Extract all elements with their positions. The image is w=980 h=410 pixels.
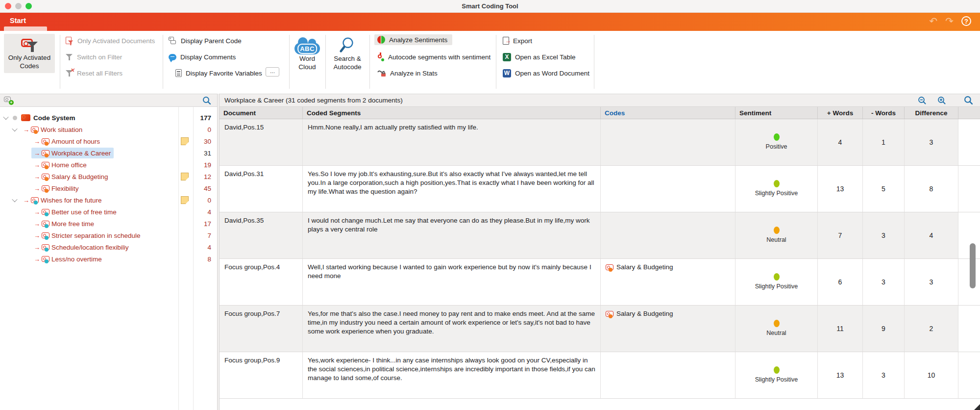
code-icon (42, 150, 49, 156)
export-button[interactable]: → Export (503, 35, 532, 46)
code-filter-icon (21, 38, 38, 53)
tree-row-code[interactable]: →Stricter separation in schedule7 (0, 230, 217, 241)
cell-codes (601, 119, 735, 165)
code-system-icon (21, 114, 30, 121)
vertical-scrollbar-thumb[interactable] (970, 243, 976, 288)
word-cloud-button[interactable]: ABC Word Cloud (292, 33, 322, 74)
filter-icon (66, 53, 73, 61)
reset-all-filters-button[interactable]: ✕ Reset all Filters (66, 68, 122, 78)
help-icon[interactable]: ? (961, 16, 971, 26)
display-comments-button[interactable]: Display Comments (169, 51, 236, 62)
table-row[interactable]: Focus group,Pos.4Well,I started working … (220, 259, 980, 306)
code-icon (42, 138, 49, 144)
code-icon (31, 127, 39, 132)
tree-row-code[interactable]: →Flexibility45 (0, 182, 217, 194)
activation-arrow-icon: → (34, 161, 40, 169)
code-assignment[interactable]: Salary & Budgeting (606, 309, 730, 318)
search-autocode-button[interactable]: Search & Autocode (327, 33, 368, 74)
sentiment-label: Neutral (766, 329, 786, 337)
tree-row-line: →Stricter separation in schedule (31, 230, 144, 241)
tree-row-code[interactable]: →Work situation0 (0, 124, 217, 135)
analyze-in-stats-button[interactable]: Analyze in Stats (377, 68, 438, 78)
content-area: + Code System177→Work situation0→Amount … (0, 94, 980, 410)
redo-icon[interactable]: ↷ (945, 15, 954, 27)
code-search-icon[interactable] (202, 96, 211, 105)
new-code-icon[interactable]: + (4, 97, 14, 104)
table-row[interactable]: Focus group,Pos.7Yes,for me that's also … (220, 306, 980, 352)
tree-row-code[interactable]: →Salary & Budgeting12 (0, 171, 217, 182)
word-cloud-icon: ABC (294, 43, 320, 54)
display-favorite-variables-button[interactable]: Display Favorite Variables (175, 68, 262, 78)
zoom-out-icon[interactable] (918, 96, 927, 105)
column-header-plus-words[interactable]: + Words (818, 107, 863, 119)
cell-coded-segment: Yes,for me that's also the case.I need m… (303, 306, 601, 352)
table-body: David,Pos.15Hmm.None really,I am actuall… (220, 119, 980, 410)
chevron-down-icon[interactable] (3, 114, 8, 120)
code-icon (42, 232, 49, 238)
only-activated-codes-button[interactable]: Only Activated Codes (4, 34, 55, 73)
table-row[interactable]: David,Pos.35I would not change much.Let … (220, 212, 980, 259)
segments-search-icon[interactable] (964, 96, 973, 105)
sentiment-dot-icon (774, 227, 780, 234)
column-header-coded-segments[interactable]: Coded Segments (303, 107, 601, 119)
code-count: 12 (204, 173, 211, 180)
favorite-variables-more-button[interactable]: ... (266, 67, 279, 77)
cell-sentiment: Slightly Positive (735, 166, 818, 212)
only-activated-documents-button[interactable]: Only Activated Documents (66, 35, 155, 46)
tab-start[interactable]: Start (10, 17, 26, 25)
memo-icon[interactable] (181, 173, 189, 180)
table-row[interactable]: David,Pos.15Hmm.None really,I am actuall… (220, 119, 980, 166)
active-tab-indicator (4, 26, 47, 31)
tree-row-code[interactable]: →More free time17 (0, 218, 217, 230)
code-assignment-label: Salary & Budgeting (616, 309, 673, 318)
table-row[interactable]: David,Pos.31Yes.So I love my job.It's ex… (220, 166, 980, 212)
column-header-minus-words[interactable]: - Words (863, 107, 905, 119)
activation-arrow-icon: → (34, 244, 40, 251)
code-system-label: Code System (33, 114, 75, 122)
tree-row-code[interactable]: →Amount of hours30 (0, 135, 217, 147)
code-icon (42, 256, 49, 262)
column-header-sentiment[interactable]: Sentiment (735, 107, 818, 119)
tree-row-code[interactable]: →Better use of free time4 (0, 206, 217, 218)
document-filter-icon (66, 37, 74, 45)
tree-row-code[interactable]: →Schedule/location flexibiliy4 (0, 241, 217, 253)
tree-row-code[interactable]: →Wishes for the future0 (0, 194, 217, 206)
ribbon: Start ↶ ↷ ? (0, 13, 980, 31)
tree-row-code[interactable]: →Home office19 (0, 159, 217, 171)
cell-difference: 10 (905, 352, 958, 398)
variables-list-icon (175, 69, 182, 77)
activation-arrow-icon: → (34, 138, 40, 145)
sentiment-dot-icon (774, 320, 780, 327)
undo-icon[interactable]: ↶ (929, 15, 937, 27)
code-icon (42, 162, 49, 168)
analyze-sentiments-button[interactable]: Analyze Sentiments (374, 34, 452, 45)
memo-icon[interactable] (181, 196, 189, 204)
tree-row-code[interactable]: →Less/no overtime8 (0, 253, 217, 265)
autocode-segments-with-sentiment-button[interactable]: Autocode segments with sentiment (377, 51, 490, 62)
code-color-dot (45, 236, 49, 240)
column-header-codes[interactable]: Codes (601, 107, 735, 119)
zoom-in-icon[interactable] (937, 96, 946, 105)
column-header-document[interactable]: Document (220, 107, 303, 119)
tree-row-root[interactable]: Code System177 (0, 112, 217, 124)
cell-difference: 3 (905, 259, 958, 305)
code-color-dot (609, 268, 612, 272)
tree-row-line: →Better use of free time (31, 206, 120, 217)
code-assignment[interactable]: Salary & Budgeting (606, 263, 730, 272)
open-as-word-document-button[interactable]: W Open as Word Document (503, 68, 589, 78)
chevron-down-icon[interactable] (12, 126, 17, 131)
table-row[interactable]: Focus group,Pos.9Yes,work experience- I … (220, 352, 980, 399)
cell-minus-words: 3 (863, 212, 905, 258)
memo-icon[interactable] (181, 137, 189, 145)
display-favorite-variables-label: Display Favorite Variables (186, 70, 262, 77)
tree-row-code[interactable]: →Workplace & Career31 (0, 147, 217, 159)
window-resize-grip[interactable] (974, 404, 980, 410)
switch-on-filter-button[interactable]: Switch on Filter (66, 51, 122, 62)
activation-arrow-icon: → (34, 256, 40, 263)
chevron-down-icon[interactable] (12, 197, 17, 202)
cell-minus-words: 5 (863, 166, 905, 212)
stats-icon (377, 69, 386, 77)
column-header-difference[interactable]: Difference (905, 107, 958, 119)
open-as-excel-table-button[interactable]: X Open as Excel Table (503, 51, 576, 62)
display-parent-code-button[interactable]: Display Parent Code (169, 35, 242, 46)
